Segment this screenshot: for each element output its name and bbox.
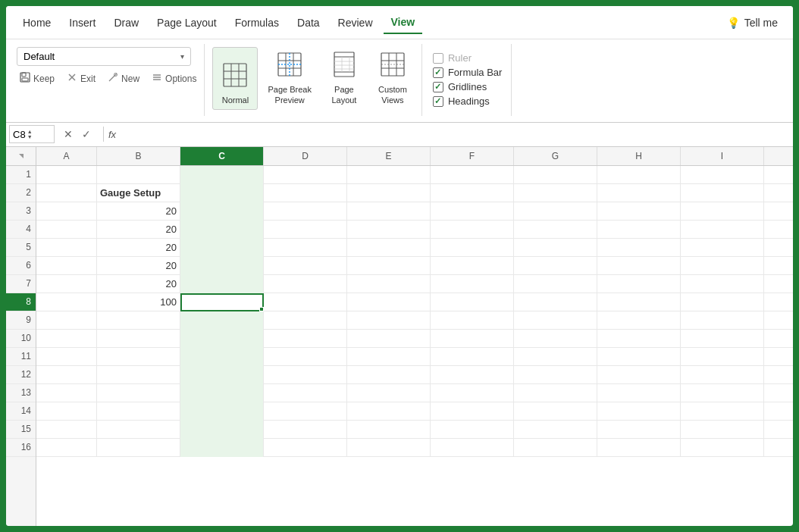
cell-C7[interactable] — [180, 275, 264, 293]
cell-A16[interactable] — [36, 439, 97, 457]
cell-H16[interactable] — [597, 439, 681, 457]
cell-ref-arrows[interactable]: ▲ ▼ — [27, 129, 33, 139]
cell-C11[interactable] — [180, 348, 264, 366]
cell-F11[interactable] — [431, 348, 514, 366]
cell-C5[interactable] — [180, 239, 264, 257]
row-num-16[interactable]: 16 — [6, 439, 36, 457]
fill-handle[interactable] — [259, 307, 264, 311]
cell-B11[interactable] — [97, 348, 180, 366]
cell-reference-box[interactable]: C8 ▲ ▼ — [9, 125, 55, 143]
col-header-C[interactable]: C — [180, 147, 264, 165]
cell-E7[interactable] — [347, 275, 431, 293]
cell-F4[interactable] — [431, 221, 514, 239]
cell-H7[interactable] — [597, 275, 681, 293]
headings-checkbox[interactable]: ✓ — [433, 96, 443, 107]
cell-E6[interactable] — [347, 257, 431, 275]
cell-H13[interactable] — [597, 384, 681, 402]
cell-G2[interactable] — [514, 184, 597, 202]
cell-B7[interactable]: 20 — [97, 275, 180, 293]
row-num-10[interactable]: 10 — [6, 330, 36, 348]
cell-A9[interactable] — [36, 311, 97, 330]
cell-B2[interactable]: Gauge Setup — [97, 184, 180, 202]
menu-insert[interactable]: Insert — [61, 12, 103, 33]
cell-D4[interactable] — [264, 221, 347, 239]
cell-A4[interactable] — [36, 221, 97, 239]
cell-D1[interactable] — [264, 166, 347, 184]
cell-E16[interactable] — [347, 439, 431, 457]
cell-B3[interactable]: 20 — [97, 202, 180, 221]
cell-I9[interactable] — [681, 311, 764, 330]
cell-I2[interactable] — [681, 184, 764, 202]
cell-I8[interactable] — [681, 293, 764, 311]
cell-I10[interactable] — [681, 330, 764, 348]
cell-I4[interactable] — [681, 221, 764, 239]
cell-E5[interactable] — [347, 239, 431, 257]
row-num-8[interactable]: 8 — [6, 293, 36, 311]
cell-F1[interactable] — [431, 166, 514, 184]
cell-F7[interactable] — [431, 275, 514, 293]
cell-H3[interactable] — [597, 202, 681, 221]
cell-I1[interactable] — [681, 166, 764, 184]
cell-A11[interactable] — [36, 348, 97, 366]
cell-C1[interactable] — [180, 166, 264, 184]
cell-A15[interactable] — [36, 421, 97, 439]
cell-A3[interactable] — [36, 202, 97, 221]
cell-G3[interactable] — [514, 202, 597, 221]
row-num-12[interactable]: 12 — [6, 366, 36, 384]
cell-F10[interactable] — [431, 330, 514, 348]
cell-H15[interactable] — [597, 421, 681, 439]
formula-bar-checkbox[interactable]: ✓ — [433, 67, 443, 78]
cell-A5[interactable] — [36, 239, 97, 257]
corner-cell[interactable] — [6, 147, 36, 165]
options-button[interactable]: Options — [149, 70, 199, 86]
cell-I12[interactable] — [681, 366, 764, 384]
cell-H2[interactable] — [597, 184, 681, 202]
new-button[interactable]: New — [105, 70, 143, 86]
cell-C13[interactable] — [180, 384, 264, 402]
row-num-14[interactable]: 14 — [6, 402, 36, 421]
row-num-2[interactable]: 2 — [6, 184, 36, 202]
menu-view[interactable]: View — [384, 11, 423, 34]
cell-H5[interactable] — [597, 239, 681, 257]
cell-H4[interactable] — [597, 221, 681, 239]
cell-A12[interactable] — [36, 366, 97, 384]
cell-D9[interactable] — [264, 311, 347, 330]
cell-E8[interactable] — [347, 293, 431, 311]
cell-D10[interactable] — [264, 330, 347, 348]
cell-H11[interactable] — [597, 348, 681, 366]
cell-C4[interactable] — [180, 221, 264, 239]
row-num-15[interactable]: 15 — [6, 421, 36, 439]
cell-A8[interactable] — [36, 293, 97, 311]
cell-E11[interactable] — [347, 348, 431, 366]
cell-C12[interactable] — [180, 366, 264, 384]
cell-E15[interactable] — [347, 421, 431, 439]
gridlines-checkbox[interactable]: ✓ — [433, 82, 443, 92]
sheet-view-dropdown[interactable]: Default ▾ — [17, 47, 191, 66]
cell-H1[interactable] — [597, 166, 681, 184]
col-header-H[interactable]: H — [597, 147, 681, 165]
cell-A10[interactable] — [36, 330, 97, 348]
cell-G4[interactable] — [514, 221, 597, 239]
normal-view-button[interactable]: Normal — [212, 47, 258, 110]
cell-A7[interactable] — [36, 275, 97, 293]
cell-A14[interactable] — [36, 402, 97, 421]
cell-H14[interactable] — [597, 402, 681, 421]
cell-I5[interactable] — [681, 239, 764, 257]
cell-G13[interactable] — [514, 384, 597, 402]
col-header-A[interactable]: A — [36, 147, 97, 165]
cell-I14[interactable] — [681, 402, 764, 421]
cell-B12[interactable] — [97, 366, 180, 384]
row-num-1[interactable]: 1 — [6, 166, 36, 184]
cell-H6[interactable] — [597, 257, 681, 275]
keep-button[interactable]: Keep — [17, 70, 58, 86]
col-header-F[interactable]: F — [431, 147, 514, 165]
cell-B6[interactable]: 20 — [97, 257, 180, 275]
col-header-G[interactable]: G — [514, 147, 597, 165]
cell-C14[interactable] — [180, 402, 264, 421]
cell-D7[interactable] — [264, 275, 347, 293]
cell-A6[interactable] — [36, 257, 97, 275]
cell-E3[interactable] — [347, 202, 431, 221]
cell-G12[interactable] — [514, 366, 597, 384]
cell-E4[interactable] — [347, 221, 431, 239]
exit-button[interactable]: Exit — [64, 70, 99, 86]
